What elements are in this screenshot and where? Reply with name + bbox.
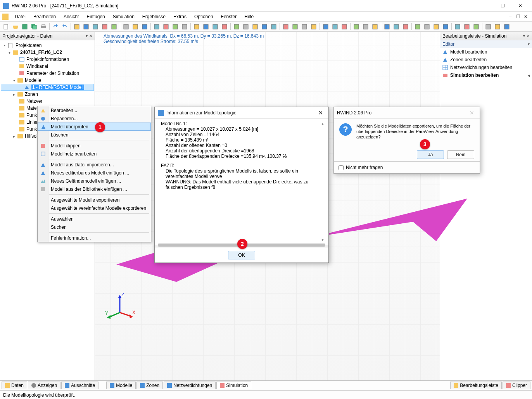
tb-icon-5[interactable] [122, 22, 130, 31]
minimize-button[interactable]: — [477, 0, 494, 11]
right-subheader[interactable]: Editor▾ [440, 40, 532, 48]
tab-ausschnitte[interactable]: Ausschnitte [61, 382, 98, 389]
tb-icon-34[interactable] [413, 22, 422, 31]
scroll-up-icon[interactable]: ▴ [321, 121, 327, 126]
tb-icon-31[interactable] [383, 22, 391, 31]
tb-icon-19[interactable] [260, 22, 269, 31]
scroll-down-icon[interactable]: ▾ [321, 237, 327, 242]
tree-folder[interactable]: ▸Zonen [1, 91, 94, 98]
mdi-close[interactable]: ✕ [522, 13, 530, 20]
tb-icon-40[interactable] [472, 22, 480, 31]
tb-redo-icon[interactable] [60, 22, 69, 31]
tb-icon-32[interactable] [392, 22, 401, 31]
edit-model-item[interactable]: Modell bearbeiten [440, 48, 532, 56]
ctx-export[interactable]: Ausgewählte Modelle exportieren [38, 196, 151, 204]
tb-icon-18[interactable] [251, 22, 259, 31]
ctx-repair[interactable]: Reparieren... [38, 114, 151, 123]
tb-icon-35[interactable] [423, 22, 431, 31]
right-dropdown-icon[interactable]: ▾ [523, 34, 525, 38]
tree-model-1[interactable]: 1 - RFEM/RSTAB Modell [1, 84, 94, 91]
menu-extras[interactable]: Extras [169, 13, 190, 20]
tb-undo-icon[interactable] [51, 22, 60, 31]
tb-icon-23[interactable] [300, 22, 309, 31]
ctx-editmesh[interactable]: Modellnetz bearbeiten [38, 150, 151, 158]
dont-ask-checkbox[interactable] [339, 165, 344, 170]
tb-icon-11[interactable] [180, 22, 189, 31]
tree-project[interactable]: ▾240711_FF.rf6_LC2 [1, 49, 94, 56]
ctx-new-edit[interactable]: Neues editierbares Modell einfügen ... [38, 169, 151, 177]
tb-icon-43[interactable] [503, 22, 511, 31]
tb-new-icon[interactable] [2, 22, 10, 31]
tree-root[interactable]: ▪Projektdaten [1, 42, 94, 49]
no-button[interactable]: Nein [447, 150, 474, 159]
ctx-clip[interactable]: Modell clippen [38, 142, 151, 150]
tab-daten[interactable]: Daten [2, 382, 27, 389]
tb-icon-12[interactable] [192, 22, 201, 31]
tb-icon-25[interactable] [321, 22, 330, 31]
edit-zones-item[interactable]: Zonen bearbeiten [440, 56, 532, 64]
dialog2-close-icon[interactable]: ✕ [467, 109, 477, 117]
tree-models[interactable]: ▾Modelle [1, 77, 94, 84]
tree-item[interactable]: Projektinformationen [1, 56, 94, 63]
nav-dropdown-icon[interactable]: ▾ [86, 34, 88, 38]
tab-anzeigen[interactable]: Anzeigen [28, 382, 60, 389]
yes-button[interactable]: Ja [417, 150, 444, 159]
tb-icon-37[interactable] [441, 22, 450, 31]
tb-icon-2[interactable] [91, 22, 100, 31]
menu-ansicht[interactable]: Ansicht [60, 13, 83, 20]
tb-icon-10[interactable] [171, 22, 180, 31]
tb-icon-30[interactable] [371, 22, 379, 31]
ctx-select[interactable]: Auswählen [38, 215, 151, 223]
tb-icon-28[interactable] [352, 22, 361, 31]
ctx-export-simp[interactable]: Ausgewählte vereinfachte Modelle exporti… [38, 204, 151, 212]
close-button[interactable]: ✕ [511, 0, 529, 11]
ok-button[interactable]: OK [228, 251, 255, 259]
menu-ergebnisse[interactable]: Ergebnisse [138, 13, 169, 20]
menu-fenster[interactable]: Fenster [217, 13, 241, 20]
tb-icon-0[interactable] [73, 22, 81, 31]
tab-netz[interactable]: Netzverdichtungen [164, 382, 216, 389]
mdi-minimize[interactable]: – [506, 13, 514, 20]
ctx-library[interactable]: Modell aus der Bibliothek einfügen ... [38, 185, 151, 193]
tree-folder[interactable]: Netzver [1, 98, 94, 105]
tb-icon-3[interactable] [100, 22, 109, 31]
tree-item[interactable]: Parameter der Simulation [1, 70, 94, 77]
menu-hilfe[interactable]: Hilfe [240, 13, 257, 20]
ctx-new-terrain[interactable]: Neues Geländemodell einfügen ... [38, 177, 151, 185]
tab-simulation[interactable]: Simulation [216, 382, 251, 389]
tb-icon-8[interactable] [152, 22, 161, 31]
tb-icon-16[interactable] [232, 22, 241, 31]
tb-save-icon[interactable] [21, 22, 29, 31]
tb-icon-38[interactable] [453, 22, 462, 31]
ctx-edit[interactable]: Bearbeiten... [38, 106, 151, 114]
tb-icon-1[interactable] [82, 22, 90, 31]
tb-icon-20[interactable] [269, 22, 278, 31]
tree-item[interactable]: Windkanal [1, 63, 94, 70]
tb-icon-4[interactable] [110, 22, 118, 31]
menu-einfuegen[interactable]: Einfügen [83, 13, 109, 20]
ctx-check-model[interactable]: Modell überprüfen [38, 123, 151, 131]
tb-saveall-icon[interactable] [30, 22, 38, 31]
edit-sim-item[interactable]: Simulation bearbeiten◂ [440, 71, 532, 79]
tb-icon-26[interactable] [331, 22, 339, 31]
ctx-errorinfo[interactable]: Fehlerinformation... [38, 234, 151, 242]
menu-simulation[interactable]: Simulation [109, 13, 138, 20]
tb-open-icon[interactable] [11, 22, 20, 31]
tb-icon-22[interactable] [291, 22, 299, 31]
tab-modelle[interactable]: Modelle [106, 382, 136, 389]
tb-icon-14[interactable] [211, 22, 219, 31]
edit-mesh-item[interactable]: Netzverdichtungen bearbeiten [440, 64, 532, 71]
tb-icon-27[interactable] [340, 22, 349, 31]
right-close-icon[interactable]: ✕ [527, 34, 530, 38]
dialog-close-icon[interactable]: ✕ [316, 109, 325, 117]
tb-icon-7[interactable] [140, 22, 149, 31]
tb-icon-33[interactable] [401, 22, 410, 31]
tb-icon-42[interactable] [493, 22, 502, 31]
tb-icon-39[interactable] [463, 22, 471, 31]
mdi-restore[interactable]: ❐ [514, 13, 522, 20]
ctx-import[interactable]: Modell aus Datei importieren... [38, 161, 151, 169]
nav-close-icon[interactable]: ✕ [89, 34, 92, 38]
scrollbar[interactable]: ▴▾ [321, 121, 327, 242]
maximize-button[interactable]: ☐ [494, 0, 511, 11]
tb-icon-17[interactable] [242, 22, 250, 31]
